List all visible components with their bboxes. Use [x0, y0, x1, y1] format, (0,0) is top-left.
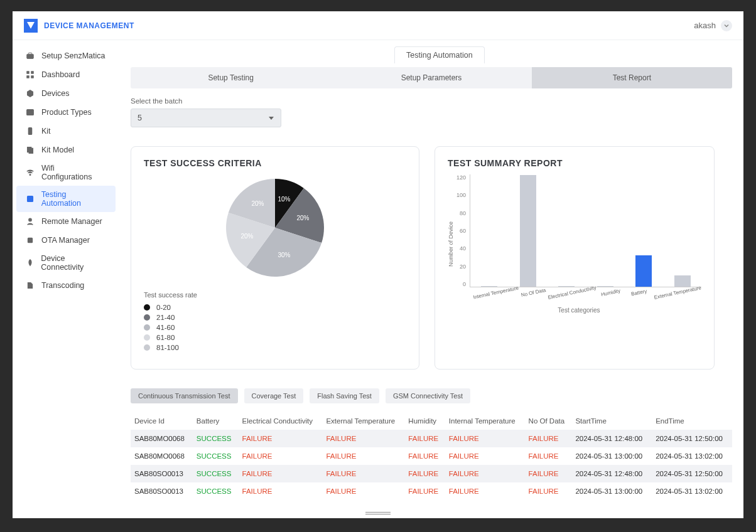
svg-rect-13	[29, 148, 33, 153]
bar-category-label: No Of Data	[519, 287, 548, 298]
table-cell: FAILURE	[445, 430, 525, 447]
y-tick: 40	[460, 245, 466, 252]
user-name: akash	[694, 21, 716, 30]
sidebar-item-remote-manager[interactable]: Remote Manager	[16, 212, 116, 231]
sidebar-item-label: OTA Manager	[41, 236, 90, 245]
brand: DEVICE MANAGEMENT	[24, 19, 134, 33]
legend-swatch-icon	[144, 314, 150, 321]
sidebar-item-label: Remote Manager	[41, 217, 102, 226]
table-cell: FAILURE	[322, 482, 404, 500]
user-menu[interactable]: akash	[694, 20, 732, 31]
result-tab-chips: Continuous Transmission TestCoverage Tes…	[131, 388, 732, 403]
pie-slice-label: 10%	[278, 196, 290, 203]
pie-slice-label: 20%	[297, 215, 310, 221]
target-icon	[25, 194, 35, 204]
batch-selector-block: Select the batch 5	[131, 97, 732, 127]
sidebar-item-product-types[interactable]: Product Types	[16, 103, 116, 122]
sidebar-item-label: Dashboard	[41, 70, 80, 79]
table-cell: SUCCESS	[193, 447, 239, 465]
sidebar-item-devices[interactable]: Devices	[16, 84, 116, 103]
batch-value: 5	[138, 114, 142, 122]
result-tab-continuous-transmission-test[interactable]: Continuous Transmission Test	[131, 388, 238, 403]
svg-rect-1	[27, 54, 34, 58]
bookmark-icon	[25, 280, 35, 290]
copy-icon	[25, 145, 35, 155]
bar-rect	[520, 175, 536, 287]
batch-select[interactable]: 5	[131, 109, 281, 127]
sidebar-item-kit[interactable]: Kit	[16, 122, 116, 141]
column-header: StartTime	[571, 412, 652, 430]
table-cell: FAILURE	[445, 447, 525, 465]
svg-rect-19	[29, 239, 31, 242]
hex-icon	[25, 88, 35, 98]
drag-handle-icon[interactable]	[365, 512, 391, 516]
table-row: SAB80SO0013SUCCESSFAILUREFAILUREFAILUREF…	[131, 465, 732, 482]
svg-rect-3	[27, 72, 30, 74]
sidebar-item-setup-senzmatica[interactable]: Setup SenzMatica	[16, 46, 116, 65]
sidebar-item-kit-model[interactable]: Kit Model	[16, 141, 116, 159]
sidebar-item-label: Wifi Configurations	[41, 164, 107, 181]
result-tab-coverage-test[interactable]: Coverage Test	[244, 388, 304, 403]
column-header: EndTime	[652, 412, 732, 430]
x-axis-labels: Internal TemperatureNo Of DataElectrical…	[473, 287, 701, 295]
table-cell: 2024-05-31 13:02:00	[652, 482, 732, 500]
card-title: TEST SUMMARY REPORT	[448, 158, 701, 168]
column-header: External Temperature	[322, 412, 404, 430]
sidebar-item-testing-automation[interactable]: Testing Automation	[16, 186, 116, 212]
sidebar-item-transcoding[interactable]: Transcoding	[16, 276, 116, 295]
y-tick: 120	[456, 174, 466, 181]
svg-point-14	[30, 174, 31, 176]
table-row: SAB80SO0013SUCCESSFAILUREFAILUREFAILUREF…	[131, 482, 732, 500]
table-cell: FAILURE	[239, 465, 323, 482]
subtab-setup-testing[interactable]: Setup Testing	[131, 67, 331, 88]
briefcase-icon	[25, 51, 35, 61]
result-tab-flash-saving-test[interactable]: Flash Saving Test	[310, 388, 379, 403]
legend-item: 41-60	[144, 324, 406, 331]
bar-rect	[635, 255, 652, 287]
table-cell: FAILURE	[404, 430, 445, 447]
sidebar-item-label: Product Types	[41, 108, 92, 117]
svg-rect-5	[27, 76, 30, 78]
table-cell: SAB80SO0013	[131, 465, 193, 482]
legend-label: 0-20	[156, 304, 171, 311]
app-title: DEVICE MANAGEMENT	[44, 21, 134, 30]
main-content: Testing Automation Setup TestingSetup Pa…	[119, 40, 743, 518]
result-tab-gsm-connectivity-test[interactable]: GSM Connectivity Test	[386, 388, 470, 403]
svg-marker-7	[28, 90, 33, 97]
sidebar-item-ota-manager[interactable]: OTA Manager	[16, 231, 116, 250]
table-cell: FAILURE	[322, 465, 404, 482]
sidebar-item-device-connectivity[interactable]: Device Connectivity	[16, 250, 116, 276]
rocket-icon	[25, 258, 35, 268]
column-header: Device Id	[131, 412, 193, 430]
subtab-test-report[interactable]: Test Report	[532, 67, 732, 88]
svg-rect-6	[31, 76, 34, 78]
topbar: DEVICE MANAGEMENT akash	[13, 11, 743, 40]
table-cell: 2024-05-31 12:50:00	[652, 430, 732, 447]
bar-rect	[481, 286, 497, 287]
sidebar-item-wifi-configurations[interactable]: Wifi Configurations	[16, 159, 116, 186]
subtab-setup-parameters[interactable]: Setup Parameters	[331, 67, 531, 88]
table-cell: FAILURE	[525, 430, 572, 447]
chevron-down-icon	[721, 20, 732, 31]
table-row: SAB80MO0068SUCCESSFAILUREFAILUREFAILUREF…	[131, 430, 732, 447]
table-cell: FAILURE	[404, 482, 445, 500]
legend-item: 81-100	[144, 344, 406, 351]
sidebar-item-dashboard[interactable]: Dashboard	[16, 65, 116, 84]
subtab-bar: Setup TestingSetup ParametersTest Report	[131, 67, 732, 88]
table-cell: FAILURE	[404, 447, 445, 465]
chevron-down-icon	[268, 115, 274, 121]
table-cell: FAILURE	[239, 447, 323, 465]
grid-icon	[25, 70, 35, 80]
page-tab-testing-automation[interactable]: Testing Automation	[394, 46, 485, 63]
bar-rect	[558, 286, 575, 287]
pie-chart: 10%20%30%20%20%	[222, 174, 328, 281]
y-tick: 0	[463, 281, 466, 287]
table-cell: SAB80MO0068	[131, 430, 193, 447]
table-cell: SUCCESS	[193, 430, 239, 447]
svg-marker-20	[269, 117, 274, 120]
bar-column	[514, 175, 542, 287]
table-row: SAB80MO0068SUCCESSFAILUREFAILUREFAILUREF…	[131, 447, 732, 465]
table-cell: FAILURE	[445, 482, 525, 500]
table-cell: FAILURE	[525, 482, 572, 500]
bar-column	[630, 255, 658, 287]
